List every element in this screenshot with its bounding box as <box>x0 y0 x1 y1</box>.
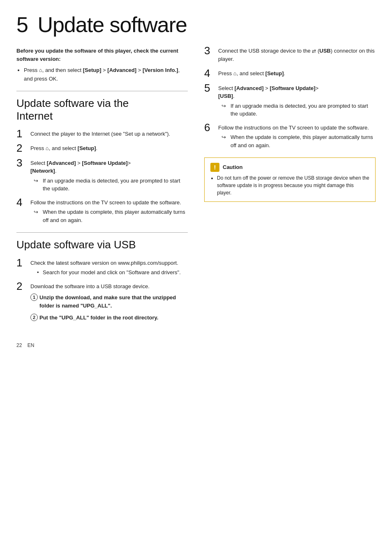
software-update-bracket-2: [Software Update] <box>270 85 315 91</box>
right-column: 3 Connect the USB storage device to the … <box>204 47 376 348</box>
usb-step-4: 4 Press ⌂, and select [Setup]. <box>204 69 376 79</box>
internet-steps: 1 Connect the player to the Internet (se… <box>16 130 188 225</box>
step-content-uc6: Follow the instructions on the TV screen… <box>218 124 376 150</box>
step-content-u2: Download the software into a USB storage… <box>30 282 188 326</box>
footer-lang: EN <box>28 342 35 348</box>
home-icon-1: ⌂ <box>39 67 42 73</box>
network-bracket: [Network] <box>30 168 55 174</box>
internet-step-2: 2 Press ⌂, and select [Setup]. <box>16 144 188 154</box>
step-num-i1: 1 <box>16 128 30 139</box>
divider-2 <box>16 232 188 233</box>
intro-bold: Before you update the software of this p… <box>16 47 188 63</box>
intro-list: Press ⌂, and then select [Setup] > [Adva… <box>16 66 188 83</box>
arrow-icon-1: ↪ <box>34 177 40 185</box>
step-num-i4: 4 <box>16 197 30 208</box>
caution-icon: ! <box>210 163 219 172</box>
step-content-u1: Check the latest software version on www… <box>30 259 188 278</box>
step-uc5-sub: ↪ If an upgrade media is detected, you a… <box>218 102 376 118</box>
step-num-u1: 1 <box>16 257 30 268</box>
advanced-bracket-1: [Advanced] <box>107 67 136 73</box>
software-update-bracket-1: [Software Update] <box>82 160 127 166</box>
usb-step-2: 2 Download the software into a USB stora… <box>16 282 188 326</box>
step-i3-sub: ↪ If an upgrade media is detected, you a… <box>30 177 188 193</box>
internet-step-3: 3 Select [Advanced] > [Software Update]>… <box>16 159 188 194</box>
usb-label: USB <box>319 48 330 54</box>
section-usb: Update software via USB 1 Check the late… <box>16 238 188 326</box>
intro-list-item: Press ⌂, and then select [Setup] > [Adva… <box>24 66 188 83</box>
advanced-bracket-3: [Advanced] <box>235 85 264 91</box>
caution-header: ! Caution <box>210 163 369 172</box>
step-content-i4: Follow the instructions on the TV screen… <box>30 199 188 225</box>
page-title: 5 Update software <box>16 12 376 37</box>
setup-bracket-1: [Setup] <box>83 67 101 73</box>
caution-box: ! Caution Do not turn off the power or r… <box>204 157 376 202</box>
section-internet: Update software via theInternet 1 Connec… <box>16 97 188 225</box>
home-icon-2: ⌂ <box>46 145 49 151</box>
circled-num-1: 1 <box>30 294 38 301</box>
usb-note-1: 1 Unzip the download, and make sure that… <box>30 294 188 310</box>
setup-bracket-3: [Setup] <box>265 70 284 76</box>
version-info-bracket: [Version Info.] <box>143 67 178 73</box>
usb-step-5: 5 Select [Advanced] > [Software Update]>… <box>204 84 376 119</box>
caution-list: Do not turn off the power or remove the … <box>210 174 369 197</box>
left-column: Before you update the software of this p… <box>16 47 188 348</box>
usb-steps: 1 Check the latest software version on w… <box>16 259 188 326</box>
setup-bracket-2: [Setup] <box>78 145 96 151</box>
usb-connector-icon: ⇄ <box>312 48 316 54</box>
caution-item: Do not turn off the power or remove the … <box>217 174 369 197</box>
step-i4-sub: ↪ When the update is complete, this play… <box>30 208 188 224</box>
section-usb-title: Update software via USB <box>16 238 188 251</box>
step-content-i3: Select [Advanced] > [Software Update]>[N… <box>30 159 188 194</box>
chapter-number: 5 <box>16 13 28 37</box>
step-uc6-sub: ↪ When the update is complete, this play… <box>218 133 376 149</box>
section-internet-title: Update software via theInternet <box>16 97 188 123</box>
usb-step-1: 1 Check the latest software version on w… <box>16 259 188 278</box>
home-icon-3: ⌂ <box>233 70 237 76</box>
step-content-i2: Press ⌂, and select [Setup]. <box>30 144 188 154</box>
step-content-uc5: Select [Advanced] > [Software Update]>[U… <box>218 84 376 119</box>
step-num-uc3: 3 <box>204 45 218 56</box>
usb-step1-sub: • Search for your model and click on "So… <box>30 268 188 277</box>
usb-steps-continued: 3 Connect the USB storage device to the … <box>204 47 376 150</box>
bullet-dot-1: • <box>37 268 43 277</box>
arrow-icon-4: ↪ <box>221 133 228 141</box>
divider-1 <box>16 91 188 91</box>
usb-note-2: 2 Put the "UPG_ALL" folder in the root d… <box>30 314 188 322</box>
step-content-i1: Connect the player to the Internet (see … <box>30 130 188 140</box>
usb-step-3: 3 Connect the USB storage device to the … <box>204 47 376 65</box>
arrow-icon-3: ↪ <box>221 102 228 110</box>
caution-title: Caution <box>223 163 242 171</box>
chapter-title-text: Update software <box>37 13 187 37</box>
usb-step-6: 6 Follow the instructions on the TV scre… <box>204 124 376 150</box>
step-content-uc3: Connect the USB storage device to the ⇄ … <box>218 47 376 65</box>
advanced-bracket-2: [Advanced] <box>47 160 76 166</box>
step-content-uc4: Press ⌂, and select [Setup]. <box>218 69 376 79</box>
step-num-i3: 3 <box>16 157 30 168</box>
arrow-icon-2: ↪ <box>34 208 40 216</box>
footer-page-num: 22 <box>16 342 22 348</box>
step-num-uc4: 4 <box>204 68 218 79</box>
internet-step-4: 4 Follow the instructions on the TV scre… <box>16 199 188 225</box>
internet-step-1: 1 Connect the player to the Internet (se… <box>16 130 188 140</box>
usb-bracket: [USB] <box>218 93 233 99</box>
step-num-i2: 2 <box>16 143 30 153</box>
circled-num-2: 2 <box>30 314 38 321</box>
step-num-uc6: 6 <box>204 122 218 133</box>
page-footer: 22 EN <box>16 342 188 348</box>
step-num-u2: 2 <box>16 281 30 291</box>
step-num-uc5: 5 <box>204 83 218 93</box>
